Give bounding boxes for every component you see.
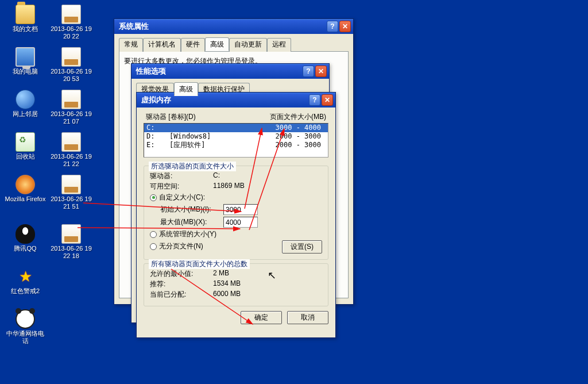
help-button[interactable]: ?: [309, 94, 320, 106]
file-icon: [61, 47, 81, 67]
radio-no-paging[interactable]: 无分页文件(N): [150, 241, 203, 251]
drive-row-c[interactable]: C:3000 - 4000: [144, 124, 328, 132]
tab-advanced[interactable]: 高级: [205, 37, 229, 51]
desktop-icon-zhhua[interactable]: 中华通网络电话: [5, 309, 46, 345]
desktop-file-3[interactable]: 2013-06-26 19 21 07: [47, 90, 95, 125]
tab-general[interactable]: 常规: [119, 38, 143, 52]
cancel-button[interactable]: 取消: [287, 311, 328, 324]
window-title: 系统属性: [119, 21, 149, 32]
desktop-file-4[interactable]: 2013-06-26 19 21 22: [47, 132, 95, 168]
radio-system-managed[interactable]: 系统管理的大小(Y): [150, 229, 322, 239]
file-icon: [61, 175, 81, 194]
folder-icon: [16, 5, 35, 24]
desktop-icon-ra2[interactable]: ★红色警戒2: [5, 267, 46, 295]
titlebar[interactable]: 系统属性 ? ✕: [114, 19, 353, 34]
ok-button[interactable]: 确定: [241, 311, 282, 324]
desktop-icon-recyclebin[interactable]: 回收站: [5, 132, 46, 160]
tab-advanced[interactable]: 高级: [174, 82, 198, 96]
radio-custom-size[interactable]: 自定义大小(C):: [150, 193, 322, 202]
desktop-file-5[interactable]: 2013-06-26 19 21 51: [47, 175, 95, 210]
desktop-icon-qq[interactable]: 腾讯QQ: [5, 224, 46, 252]
allocated-value: 6000 MB: [213, 290, 322, 299]
monitor-icon: [16, 47, 35, 67]
tab-remote[interactable]: 远程: [267, 38, 291, 52]
close-button[interactable]: ✕: [339, 21, 351, 32]
set-button[interactable]: 设置(S): [282, 240, 322, 254]
desktop-icon-mydocs[interactable]: 我的文档: [5, 5, 46, 33]
selected-drive-value: C:: [213, 171, 322, 181]
titlebar[interactable]: 虚拟内存 ? ✕: [137, 93, 335, 107]
desktop-file-2[interactable]: 2013-06-26 19 20 53: [47, 47, 95, 83]
firefox-icon: [16, 175, 35, 194]
recycle-icon: [16, 132, 35, 152]
desktop-icon-network[interactable]: 网上邻居: [5, 90, 46, 118]
help-button[interactable]: ?: [303, 66, 314, 77]
drive-row-e[interactable]: E:[应用软件]2000 - 3000: [144, 141, 328, 149]
help-button[interactable]: ?: [327, 21, 338, 32]
max-size-input[interactable]: [223, 217, 258, 228]
tab-hardware[interactable]: 硬件: [181, 38, 205, 52]
tab-computer-name[interactable]: 计算机名: [143, 38, 181, 52]
drive-row-d[interactable]: D:[Windows8]2000 - 3000: [144, 132, 328, 141]
drive-list-header: 驱动器 [卷标](D) 页面文件大小(MB): [144, 112, 328, 123]
tabstrip: 常规 计算机名 硬件 高级 自动更新 远程: [114, 34, 353, 51]
star-icon: ★: [16, 267, 35, 286]
file-icon: [61, 5, 81, 24]
desktop-icon-mycomputer[interactable]: 我的电脑: [5, 47, 46, 75]
window-title: 虚拟内存: [141, 95, 171, 105]
cursor-icon: ↖: [268, 269, 276, 282]
file-icon: [61, 224, 81, 244]
desktop-file-1[interactable]: 2013-06-26 19 20 22: [47, 5, 95, 40]
qq-icon: [16, 224, 35, 244]
file-icon: [61, 90, 81, 109]
group-title-totals: 所有驱动器页面文件大小的总数: [149, 259, 250, 269]
file-icon: [61, 132, 81, 152]
tab-autoupdate[interactable]: 自动更新: [229, 38, 267, 52]
group-title-selected-drive: 所选驱动器的页面文件大小: [149, 162, 236, 171]
desktop-file-6[interactable]: 2013-06-26 19 22 18: [47, 224, 95, 260]
radio-icon: [150, 231, 157, 238]
window-virtual-memory: 虚拟内存 ? ✕ 驱动器 [卷标](D) 页面文件大小(MB) C:3000 -…: [136, 92, 336, 338]
free-space-value: 11869 MB: [213, 182, 322, 191]
initial-size-input[interactable]: [223, 204, 258, 215]
radio-icon: [150, 194, 157, 201]
desktop-icon-firefox[interactable]: Mozilla Firefox: [5, 175, 46, 203]
globe-icon: [16, 90, 35, 109]
close-button[interactable]: ✕: [315, 66, 327, 77]
drive-listbox[interactable]: C:3000 - 4000 D:[Windows8]2000 - 3000 E:…: [144, 123, 328, 158]
panda-icon: [16, 309, 35, 329]
titlebar[interactable]: 性能选项 ? ✕: [131, 64, 329, 79]
close-button[interactable]: ✕: [322, 94, 333, 106]
window-title: 性能选项: [136, 66, 166, 76]
radio-icon: [150, 243, 157, 250]
